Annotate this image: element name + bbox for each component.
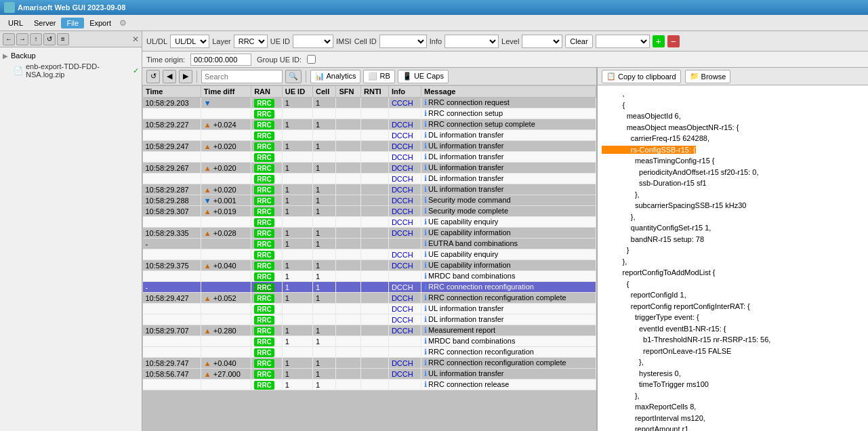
level-select[interactable]	[522, 35, 562, 48]
add-button[interactable]: +	[653, 35, 665, 47]
sidebar-refresh-btn[interactable]: ↺	[43, 33, 56, 45]
ul-dl-select[interactable]: UL/DL	[170, 35, 209, 48]
menu-url[interactable]: URL	[3, 18, 28, 28]
cell-rnti	[361, 336, 389, 347]
menu-file[interactable]: File	[61, 18, 84, 28]
table-row[interactable]: RRCDCCHℹDL information transfer	[143, 152, 596, 163]
next-btn[interactable]: ▶	[179, 70, 192, 83]
table-row[interactable]: 10:58:29.227▲ +0.024RRC11DCCHℹRRC connec…	[143, 119, 596, 130]
cell-diff	[201, 282, 251, 293]
browse-button[interactable]: 📁 Browse	[685, 70, 731, 83]
check-icon: ✓	[133, 66, 139, 75]
cell-ran: RRC	[251, 217, 283, 228]
table-row[interactable]: 10:58:56.747▲ +27.000RRC11DCCHℹUL inform…	[143, 369, 596, 379]
table-row[interactable]: RRC11ℹRRC connection release	[143, 379, 596, 390]
cell-cell: 1	[313, 293, 336, 304]
table-row[interactable]: -RRC11DCCHℹRRC connection reconfiguratio…	[143, 282, 596, 293]
table-row[interactable]: RRCDCCHℹUE capability enquiry	[143, 249, 596, 260]
time-origin-input[interactable]	[190, 54, 251, 66]
table-row[interactable]: RRCℹRRC connection setup	[143, 108, 596, 119]
cell-cell	[313, 249, 336, 260]
menu-server[interactable]: Server	[28, 18, 61, 28]
code-line: {	[602, 100, 864, 111]
ue-id-select[interactable]	[293, 35, 333, 48]
table-row[interactable]: 10:58:29.427▲ +0.052RRC11DCCHℹRRC connec…	[143, 293, 596, 304]
table-row[interactable]: 10:58:29.267▲ +0.020RRC11DCCHℹUL informa…	[143, 163, 596, 173]
code-line: reportAmount r1,	[602, 424, 864, 431]
menu-export[interactable]: Export	[84, 18, 117, 28]
col-sfn[interactable]: SFN	[336, 86, 361, 98]
cell-message: ℹUL information transfer	[421, 369, 596, 379]
col-ran[interactable]: RAN	[251, 86, 283, 98]
cell-info: DCCH	[388, 293, 421, 304]
prev-btn[interactable]: ◀	[163, 70, 176, 83]
col-timediff[interactable]: Time diff	[201, 86, 251, 98]
table-row[interactable]: -RRC11ℹEUTRA band combinations	[143, 239, 596, 249]
table-row[interactable]: 10:58:29.307▲ +0.019RRC11DCCHℹSecurity m…	[143, 206, 596, 217]
sidebar: ← → ↑ ↺ ≡ ✕ ▶ Backup 📄 enb-export-TDD-FD…	[0, 31, 142, 431]
col-rnti[interactable]: RNTI	[361, 86, 389, 98]
code-line: carrierFreq-r15 624288,	[602, 133, 864, 144]
clear-button[interactable]: Clear	[565, 35, 592, 48]
ue-id-label: UE ID	[270, 37, 290, 45]
col-message[interactable]: Message	[421, 86, 596, 98]
sidebar-close-btn[interactable]: ✕	[132, 35, 139, 44]
group-ue-id-checkbox[interactable]	[307, 55, 316, 64]
ue-caps-icon: 📱	[402, 72, 412, 80]
sidebar-fwd-btn[interactable]: →	[16, 33, 28, 45]
col-time[interactable]: Time	[143, 86, 201, 98]
cell-cell: 1	[313, 206, 336, 217]
table-row[interactable]: RRCℹRRC connection reconfiguration	[143, 347, 596, 358]
rb-button[interactable]: ⬜ RB	[363, 70, 394, 83]
code-line: },	[602, 256, 864, 268]
info-select[interactable]	[445, 35, 499, 48]
refresh-btn[interactable]: ↺	[146, 70, 160, 83]
cell-ran: RRC	[251, 163, 283, 173]
col-ueid[interactable]: UE ID	[282, 86, 312, 98]
table-row[interactable]: 10:58:29.287▲ +0.020RRC11DCCHℹUL informa…	[143, 184, 596, 195]
cell-ueid	[282, 173, 312, 184]
cell-ran: RRC	[251, 336, 283, 347]
cell-id-select[interactable]	[379, 35, 427, 48]
analytics-button[interactable]: 📊 Analytics	[310, 70, 360, 83]
table-row[interactable]: RRC11ℹMRDC band combinations	[143, 271, 596, 282]
table-row[interactable]: RRCDCCHℹUL information transfer	[143, 304, 596, 314]
cell-rnti	[361, 119, 389, 130]
table-row[interactable]: 10:58:29.707▲ +0.280RRC11DCCHℹMeasuremen…	[143, 325, 596, 336]
table-row[interactable]: 10:58:29.288▼ +0.001RRC11DCCHℹSecurity m…	[143, 195, 596, 206]
cell-rnti	[361, 228, 389, 239]
table-row[interactable]: 10:58:29.747▲ +0.040RRC11DCCHℹRRC connec…	[143, 358, 596, 369]
sidebar-more-btn[interactable]: ≡	[57, 33, 69, 45]
table-row[interactable]: 10:58:29.247▲ +0.020RRC11DCCHℹUL informa…	[143, 141, 596, 152]
table-row[interactable]: 10:58:29.203▼RRC11CCCHℹRRC connection re…	[143, 98, 596, 108]
table-row[interactable]: RRCDCCHℹDL information transfer	[143, 130, 596, 141]
cell-ueid: 1	[282, 184, 312, 195]
table-row[interactable]: RRCDCCHℹDL information transfer	[143, 173, 596, 184]
table-row[interactable]: RRCDCCHℹUE capability enquiry	[143, 217, 596, 228]
cell-sfn	[336, 184, 361, 195]
table-row[interactable]: 10:58:29.335▲ +0.028RRC11DCCHℹUE capabil…	[143, 228, 596, 239]
settings-icon[interactable]: ⚙	[119, 18, 127, 28]
ue-caps-button[interactable]: 📱 UE Caps	[398, 70, 449, 83]
remove-button[interactable]: −	[667, 35, 680, 47]
cell-ran: RRC	[251, 119, 283, 130]
sidebar-up-btn[interactable]: ↑	[30, 33, 42, 45]
search-icon-btn[interactable]: 🔍	[285, 70, 302, 83]
col-info[interactable]: Info	[388, 86, 421, 98]
app-icon	[4, 2, 15, 13]
table-row[interactable]: RRCDCCHℹDL information transfer	[143, 314, 596, 325]
log-table-body: 10:58:29.203▼RRC11CCCHℹRRC connection re…	[143, 98, 596, 390]
search-input[interactable]	[201, 70, 283, 83]
log-toolbar: ↺ ◀ ▶ 🔍 📊 Analytics ⬜ RB	[142, 68, 596, 85]
sidebar-item-logfile[interactable]: 📄 enb-export-TDD-FDD-NSA.log.zip ✓	[14, 61, 139, 80]
cell-ran: RRC	[251, 228, 283, 239]
log-table-container[interactable]: Time Time diff RAN UE ID Cell SFN RNTI I…	[142, 85, 596, 431]
col-cell[interactable]: Cell	[313, 86, 336, 98]
table-row[interactable]: RRC11ℹMRDC band combinations	[143, 336, 596, 347]
layer-select[interactable]: RRC	[234, 35, 268, 48]
clear-select[interactable]	[596, 35, 650, 48]
sidebar-item-backup[interactable]: ▶ Backup	[3, 50, 139, 61]
table-row[interactable]: 10:58:29.375▲ +0.040RRC11DCCHℹUE capabil…	[143, 260, 596, 271]
sidebar-back-btn[interactable]: ←	[3, 33, 15, 45]
copy-clipboard-button[interactable]: 📋 Copy to clipboard	[602, 70, 681, 83]
